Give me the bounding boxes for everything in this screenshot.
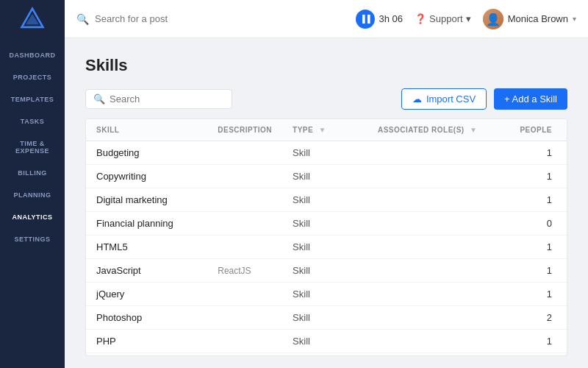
cell-associated-roles — [368, 259, 509, 283]
cell-people: 1 — [509, 330, 567, 353]
header-right: ▐▐ 3h 06 ❓ Support ▾ Monica Brown ▾ — [356, 9, 576, 29]
main-area: 🔍 ▐▐ 3h 06 ❓ Support ▾ Monica Brown ▾ — [65, 0, 588, 368]
cell-type: Skill — [282, 259, 368, 283]
skill-search-input[interactable] — [110, 93, 233, 105]
support-chevron-icon: ▾ — [466, 13, 471, 24]
sidebar-nav: DASHBOARD PROJECTS TEMPLATES TASKS TIME … — [0, 44, 65, 250]
cell-skill: SEO — [86, 353, 207, 357]
import-label: Import CSV — [426, 93, 476, 105]
cell-people: 1 — [509, 165, 567, 188]
header-search-input[interactable] — [95, 13, 257, 24]
cell-type: Skill — [282, 165, 368, 188]
avatar — [483, 9, 503, 29]
skill-search-box: 🔍 — [85, 89, 232, 109]
cell-people: 1 — [509, 353, 567, 357]
cell-type: Skill — [282, 141, 368, 165]
page-title: Skills — [85, 56, 567, 75]
table-row: JavaScript ReactJS Skill 1 — [86, 259, 567, 283]
table-row: PHP Skill 1 — [86, 330, 567, 353]
cell-people: 1 — [509, 188, 567, 212]
header-search-icon: 🔍 — [76, 13, 89, 25]
cell-associated-roles — [368, 165, 509, 188]
action-buttons: ☁ Import CSV + Add a Skill — [401, 88, 567, 110]
sidebar-item-billing[interactable]: BILLING — [0, 162, 65, 184]
header-search-area: 🔍 — [76, 13, 356, 25]
cell-associated-roles — [368, 141, 509, 165]
cell-associated-roles — [368, 353, 509, 357]
cell-type: Skill — [282, 353, 368, 357]
sidebar-item-analytics[interactable]: ANALYTICS — [0, 206, 65, 228]
cell-skill: Budgeting — [86, 141, 207, 165]
user-chevron-icon: ▾ — [573, 15, 576, 23]
timer-icon: ▐▐ — [356, 10, 375, 29]
table-row: Financial planning Skill 0 — [86, 212, 567, 236]
cloud-icon: ☁ — [412, 93, 422, 105]
cell-people: 1 — [509, 259, 567, 283]
logo[interactable] — [0, 0, 65, 38]
support-label: Support — [429, 13, 463, 24]
cell-description — [207, 188, 282, 212]
cell-description — [207, 212, 282, 236]
cell-description — [207, 353, 282, 357]
cell-type: Skill — [282, 306, 368, 330]
skills-table: SKILL DESCRIPTION TYPE ▼ ASSOCIATED ROLE… — [86, 119, 567, 356]
sidebar-item-dashboard[interactable]: DASHBOARD — [0, 44, 65, 66]
table-row: HTML5 Skill 1 — [86, 236, 567, 259]
table-body: Budgeting Skill 1 Copywriting Skill 1 Di… — [86, 141, 567, 357]
table-row: Budgeting Skill 1 — [86, 141, 567, 165]
cell-associated-roles — [368, 188, 509, 212]
user-name: Monica Brown — [508, 13, 568, 24]
sidebar-item-time-expense[interactable]: TIME & EXPENSE — [0, 132, 65, 162]
cell-associated-roles — [368, 283, 509, 306]
cell-type: Skill — [282, 283, 368, 306]
cell-description — [207, 165, 282, 188]
cell-people: 2 — [509, 306, 567, 330]
table-row: jQuery Skill 1 — [86, 283, 567, 306]
cell-skill: jQuery — [86, 283, 207, 306]
col-description: DESCRIPTION — [207, 119, 282, 141]
cell-people: 1 — [509, 141, 567, 165]
cell-type: Skill — [282, 188, 368, 212]
table-row: SEO Skill 1 — [86, 353, 567, 357]
support-icon: ❓ — [415, 13, 426, 24]
table-row: Photoshop Skill 2 — [86, 306, 567, 330]
cell-description: ReactJS — [207, 259, 282, 283]
cell-associated-roles — [368, 330, 509, 353]
toolbar: 🔍 ☁ Import CSV + Add a Skill — [85, 88, 567, 110]
sidebar-item-tasks[interactable]: TASKS — [0, 110, 65, 132]
cell-associated-roles — [368, 236, 509, 259]
timer-display: 3h 06 — [379, 13, 404, 24]
skill-search-icon: 🔍 — [93, 93, 105, 105]
sidebar: DASHBOARD PROJECTS TEMPLATES TASKS TIME … — [0, 0, 65, 368]
avatar-image — [483, 9, 503, 29]
cell-type: Skill — [282, 212, 368, 236]
add-skill-button[interactable]: + Add a Skill — [494, 88, 567, 110]
cell-skill: Financial planning — [86, 212, 207, 236]
sidebar-item-templates[interactable]: TEMPLATES — [0, 88, 65, 110]
type-filter-icon[interactable]: ▼ — [318, 126, 326, 134]
table-row: Digital marketing Skill 1 — [86, 188, 567, 212]
cell-skill: JavaScript — [86, 259, 207, 283]
cell-type: Skill — [282, 330, 368, 353]
skills-table-container: SKILL DESCRIPTION TYPE ▼ ASSOCIATED ROLE… — [85, 118, 567, 356]
roles-filter-icon[interactable]: ▼ — [470, 126, 477, 134]
sidebar-item-planning[interactable]: PLANNING — [0, 184, 65, 206]
cell-description — [207, 330, 282, 353]
cell-description — [207, 236, 282, 259]
col-people: PEOPLE — [509, 119, 567, 141]
import-csv-button[interactable]: ☁ Import CSV — [401, 88, 487, 110]
col-skill: SKILL — [86, 119, 207, 141]
sidebar-item-settings[interactable]: SETTINGS — [0, 228, 65, 250]
cell-description — [207, 141, 282, 165]
table-row: Copywriting Skill 1 — [86, 165, 567, 188]
cell-description — [207, 306, 282, 330]
col-type: TYPE ▼ — [282, 119, 368, 141]
cell-people: 0 — [509, 212, 567, 236]
user-block[interactable]: Monica Brown ▾ — [483, 9, 576, 29]
col-associated-roles: ASSOCIATED ROLE(S) ▼ — [368, 119, 509, 141]
sidebar-item-projects[interactable]: PROJECTS — [0, 66, 65, 88]
cell-skill: HTML5 — [86, 236, 207, 259]
cell-skill: Digital marketing — [86, 188, 207, 212]
content-area: Skills 🔍 ☁ Import CSV + Add a Skill — [65, 38, 588, 368]
support-button[interactable]: ❓ Support ▾ — [415, 13, 471, 24]
